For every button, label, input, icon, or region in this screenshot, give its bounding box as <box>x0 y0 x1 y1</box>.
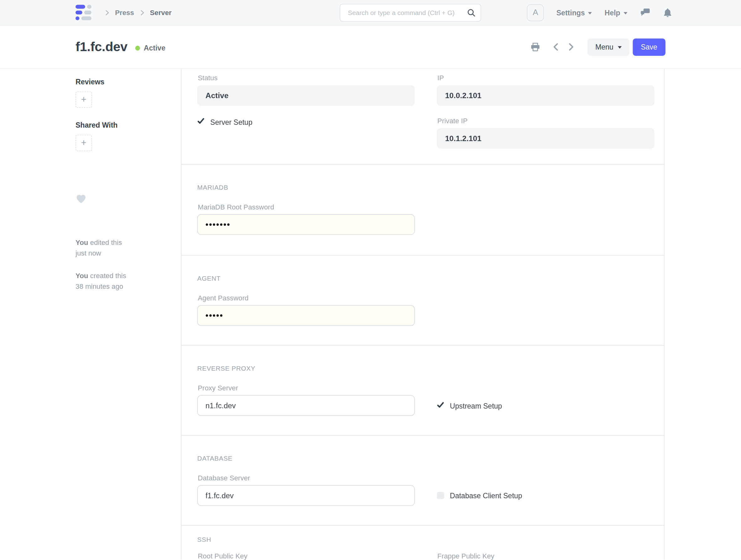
field-label: Private IP <box>437 117 654 125</box>
breadcrumb-chevron-icon <box>104 9 110 16</box>
chevron-down-icon <box>618 46 621 49</box>
chevron-down-icon <box>588 12 592 14</box>
section-title: REVERSE PROXY <box>197 365 654 372</box>
activity-entry: You created this 38 minutes ago <box>76 270 166 292</box>
activity-time: just now <box>76 250 101 257</box>
like-heart-icon[interactable] <box>76 193 166 205</box>
prev-doc-chevron-icon[interactable] <box>552 43 560 51</box>
unchecked-checkbox-icon <box>437 492 444 499</box>
field-proxy-server: Proxy Server <box>197 384 415 416</box>
field-label: Status <box>198 74 415 82</box>
user-avatar[interactable]: A <box>527 4 544 21</box>
main-layout: Reviews + Shared With + You edited this … <box>0 69 741 560</box>
activity-time: 38 minutes ago <box>76 283 123 291</box>
field-label: Database Server <box>198 474 415 482</box>
section-database: DATABASE Database Server Database Client… <box>182 436 664 525</box>
proxy-server-input[interactable] <box>197 395 415 416</box>
database-client-setup-checkbox[interactable]: Database Client Setup <box>437 491 655 499</box>
checkbox-label: Database Client Setup <box>450 491 522 499</box>
field-database-server: Database Server <box>197 474 415 506</box>
navbar: Press Server A Settings Help <box>0 0 741 25</box>
agent-password-input[interactable] <box>197 305 415 326</box>
activity-action: created this <box>90 272 126 280</box>
section-agent: AGENT Agent Password <box>182 256 664 346</box>
field-label: Frappe Public Key <box>437 552 654 560</box>
page-head: f1.fc.dev Active Menu Sa <box>0 25 741 69</box>
section-title: SSH <box>197 536 654 543</box>
checkmark-icon <box>437 401 444 411</box>
settings-menu[interactable]: Settings <box>556 8 592 17</box>
field-private-ip: Private IP 10.1.2.101 <box>437 117 655 148</box>
plus-icon: + <box>81 138 86 148</box>
breadcrumb-chevron-icon <box>139 9 145 16</box>
section-title: DATABASE <box>197 455 654 462</box>
status-dot-icon <box>135 46 140 50</box>
global-search <box>340 4 481 22</box>
plus-icon: + <box>81 95 86 105</box>
field-status: Status Active <box>197 74 415 106</box>
activity-action: edited this <box>90 239 122 246</box>
activity-author: You <box>76 272 88 280</box>
settings-label: Settings <box>556 8 585 17</box>
menu-button-label: Menu <box>595 43 613 51</box>
checkmark-icon <box>197 118 204 127</box>
save-button[interactable]: Save <box>632 38 665 56</box>
ip-value: 10.0.2.101 <box>437 85 655 106</box>
section-title: AGENT <box>197 275 654 282</box>
checkbox-label: Server Setup <box>210 118 252 126</box>
field-label: Proxy Server <box>198 384 415 392</box>
add-review-button[interactable]: + <box>76 91 92 108</box>
breadcrumb-item-press[interactable]: Press <box>115 9 134 17</box>
field-label: MariaDB Root Password <box>198 203 415 211</box>
field-ip: IP 10.0.2.101 <box>437 74 655 106</box>
section-ssh: SSH Root Public Key Frappe Public Key <box>182 525 664 560</box>
section-overview: Status Active Server Setup IP <box>182 69 664 165</box>
section-reverse-proxy: REVERSE PROXY Proxy Server Up <box>182 346 664 436</box>
upstream-setup-checkbox[interactable]: Upstream Setup <box>437 401 655 411</box>
checkbox-label: Upstream Setup <box>450 402 502 410</box>
shared-with-section-label: Shared With <box>76 121 166 129</box>
chat-icon[interactable] <box>640 8 651 17</box>
reviews-section-label: Reviews <box>76 77 166 85</box>
status-indicator-label: Active <box>144 44 165 52</box>
add-share-button[interactable]: + <box>76 135 92 151</box>
field-agent-password: Agent Password <box>197 294 415 326</box>
field-label: Agent Password <box>198 294 415 302</box>
field-label: IP <box>437 74 654 82</box>
database-server-input[interactable] <box>197 485 415 506</box>
menu-button[interactable]: Menu <box>588 38 629 56</box>
form-sidebar: Reviews + Shared With + You edited this … <box>0 69 181 560</box>
private-ip-value: 10.1.2.101 <box>437 128 655 148</box>
mariadb-root-password-input[interactable] <box>197 214 415 235</box>
server-setup-checkbox[interactable]: Server Setup <box>197 118 415 127</box>
chevron-down-icon <box>623 12 627 14</box>
breadcrumb-item-server[interactable]: Server <box>150 9 172 17</box>
app-logo-icon[interactable] <box>76 5 91 20</box>
status-indicator: Active <box>135 44 165 52</box>
help-label: Help <box>605 8 620 17</box>
page-actions: Menu Save <box>530 38 665 56</box>
notifications-bell-icon[interactable] <box>663 7 672 17</box>
navbar-right: A Settings Help <box>527 4 672 21</box>
section-title: MARIADB <box>197 184 654 191</box>
field-label: Root Public Key <box>198 552 415 560</box>
search-input[interactable] <box>347 9 467 17</box>
next-doc-chevron-icon[interactable] <box>567 43 575 51</box>
page-title: f1.fc.dev <box>76 40 127 55</box>
search-icon <box>467 8 476 17</box>
help-menu[interactable]: Help <box>605 8 627 17</box>
activity-author: You <box>76 239 88 246</box>
section-mariadb: MARIADB MariaDB Root Password <box>182 165 664 256</box>
status-value: Active <box>197 85 415 106</box>
activity-entry: You edited this just now <box>76 237 166 259</box>
app-window: Press Server A Settings Help <box>0 0 741 560</box>
print-icon[interactable] <box>530 42 540 51</box>
form-body: Status Active Server Setup IP <box>181 69 665 560</box>
field-mariadb-root-password: MariaDB Root Password <box>197 203 415 235</box>
activity-log: You edited this just now You created thi… <box>76 237 166 292</box>
